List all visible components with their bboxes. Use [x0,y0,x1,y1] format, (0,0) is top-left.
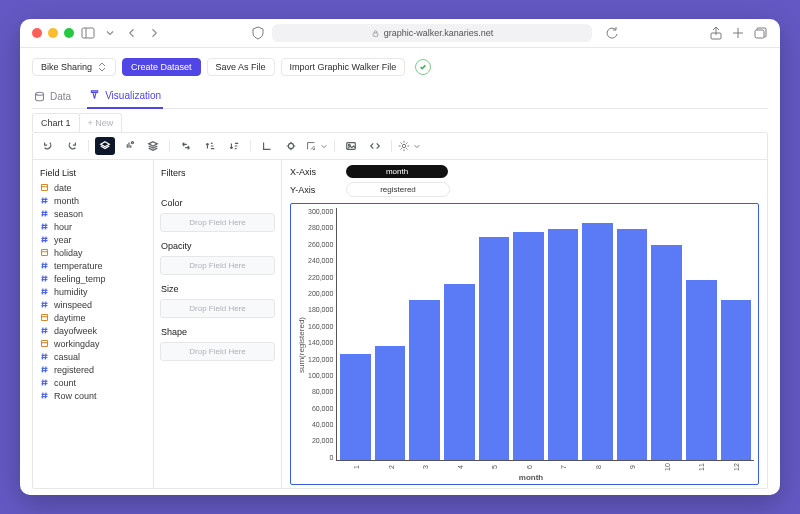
redo-icon[interactable] [62,137,82,155]
field-winspeed[interactable]: winspeed [39,298,147,311]
settings-button[interactable] [398,140,421,152]
x-axis-pill[interactable]: month [346,165,448,178]
field-season[interactable]: season [39,207,147,220]
maximize-window-icon[interactable] [64,28,74,38]
close-window-icon[interactable] [32,28,42,38]
chart-card: Field List datemonthseasonhouryearholida… [32,132,768,489]
shape-dropzone[interactable]: Drop Field Here [160,342,275,361]
tab-visualization[interactable]: Visualization [87,86,163,109]
filters-title: Filters [161,168,274,178]
y-axis-shelf[interactable]: Y-Axis registered [290,182,759,197]
bar-5[interactable] [479,237,510,460]
svg-rect-36 [42,250,48,256]
stack-icon[interactable] [143,137,163,155]
tab-data-label: Data [50,91,71,102]
bar-4[interactable] [444,284,475,460]
debug-icon[interactable] [281,137,301,155]
window-controls [32,28,74,38]
field-feeling_temp[interactable]: feeling_temp [39,272,147,285]
shape-title: Shape [161,327,274,337]
svg-line-38 [42,263,43,269]
field-casual[interactable]: casual [39,350,147,363]
bar-1[interactable] [340,354,371,460]
field-count[interactable]: count [39,376,147,389]
new-tab-icon[interactable] [730,25,746,41]
dropdown-icon[interactable] [102,25,118,41]
field-holiday[interactable]: holiday [39,246,147,259]
field-dayofweek[interactable]: dayofweek [39,324,147,337]
bar-8[interactable] [582,223,613,460]
field-workingday[interactable]: workingday [39,337,147,350]
field-humidity[interactable]: humidity [39,285,147,298]
sidebar-toggle-icon[interactable] [80,25,96,41]
bar-12[interactable] [721,300,752,460]
import-file-button[interactable]: Import Graphic Walker File [281,58,406,76]
svg-line-50 [42,302,43,308]
bar-9[interactable] [617,229,648,460]
tab-data[interactable]: Data [32,86,73,108]
shield-icon[interactable] [250,25,266,41]
field-Row-count[interactable]: Row count [39,389,147,402]
bar-3[interactable] [409,300,440,460]
export-image-icon[interactable] [341,137,361,155]
svg-line-71 [45,380,46,386]
field-hour[interactable]: hour [39,220,147,233]
forward-icon[interactable] [146,25,162,41]
create-dataset-button[interactable]: Create Dataset [122,58,201,76]
chart-tab-new[interactable]: + New [79,113,123,132]
sort-icon [97,62,107,72]
auto-chart-icon[interactable] [119,137,139,155]
y-axis-ticks: 300,000280,000260,000240,000220,000200,0… [308,208,336,461]
refresh-icon[interactable] [604,25,620,41]
svg-point-17 [402,144,405,147]
browser-chrome: graphic-walker.kanaries.net [20,19,780,48]
aggregate-icon[interactable] [95,137,115,155]
svg-point-9 [131,142,133,144]
bar-7[interactable] [548,229,579,460]
svg-line-66 [42,367,43,373]
svg-line-21 [45,198,46,204]
svg-line-46 [42,289,43,295]
transpose-icon[interactable] [176,137,196,155]
export-code-icon[interactable] [365,137,385,155]
axis-settings-icon[interactable] [257,137,277,155]
size-dropzone[interactable]: Drop Field Here [160,299,275,318]
x-axis-ticks: 123456789101112 [338,461,754,473]
back-icon[interactable] [124,25,140,41]
bar-11[interactable] [686,280,717,460]
chart-tab-1[interactable]: Chart 1 [32,113,80,132]
field-year[interactable]: year [39,233,147,246]
svg-rect-0 [82,28,94,38]
y-axis-label: Y-Axis [290,185,338,195]
svg-line-20 [42,198,43,204]
svg-line-33 [45,237,46,243]
minimize-window-icon[interactable] [48,28,58,38]
layout-settings-button[interactable] [305,140,328,152]
field-daytime[interactable]: daytime [39,311,147,324]
svg-line-24 [42,211,43,217]
save-as-file-button[interactable]: Save As File [207,58,275,76]
bar-6[interactable] [513,232,544,460]
field-list-title: Field List [40,168,146,178]
color-dropzone[interactable]: Drop Field Here [160,213,275,232]
dataset-selector[interactable]: Bike Sharing [32,58,116,76]
field-temperature[interactable]: temperature [39,259,147,272]
share-icon[interactable] [708,25,724,41]
y-axis-pill[interactable]: registered [346,182,450,197]
status-ok-icon [415,59,431,75]
opacity-dropzone[interactable]: Drop Field Here [160,256,275,275]
svg-line-39 [45,263,46,269]
undo-icon[interactable] [38,137,58,155]
address-bar[interactable]: graphic-walker.kanaries.net [272,24,592,42]
chart-panel: X-Axis month Y-Axis registered sum(regis… [282,160,767,488]
field-month[interactable]: month [39,194,147,207]
chart-canvas[interactable]: sum(registered) 300,000280,000260,000240… [290,203,759,485]
bar-2[interactable] [375,346,406,460]
field-registered[interactable]: registered [39,363,147,376]
tabs-icon[interactable] [752,25,768,41]
sort-asc-icon[interactable] [200,137,220,155]
bar-10[interactable] [651,245,682,460]
sort-desc-icon[interactable] [224,137,244,155]
field-date[interactable]: date [39,181,147,194]
x-axis-shelf[interactable]: X-Axis month [290,165,759,178]
